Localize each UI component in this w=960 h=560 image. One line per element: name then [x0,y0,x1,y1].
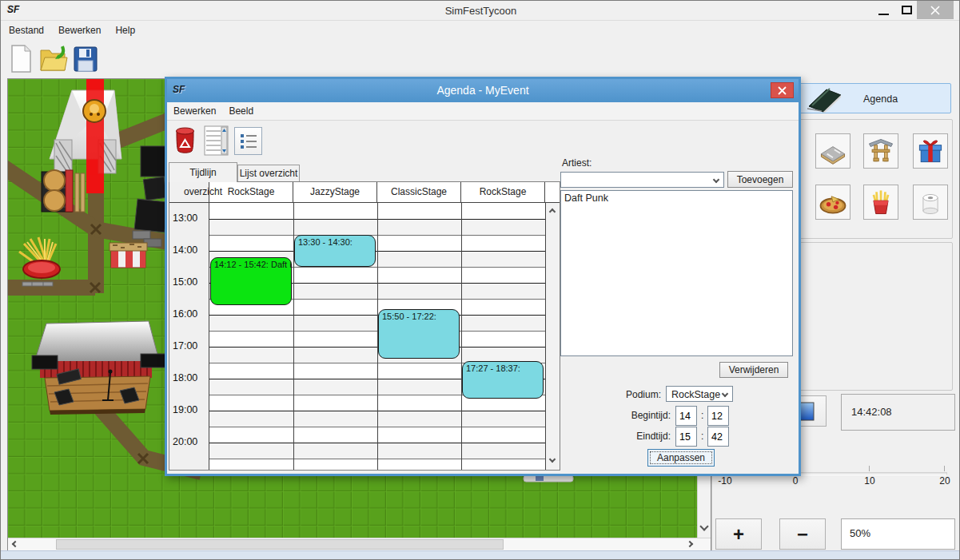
scroll-up-icon[interactable] [549,209,556,215]
shop-toilet-roll-button[interactable] [913,185,948,220]
slider-tick [869,466,870,471]
sidebar-item-agenda[interactable]: Agenda [799,83,951,113]
column-header-rockstage-3: RockStage [461,182,545,203]
time-colon: : [701,410,703,421]
scrollbar-thumb[interactable] [56,539,504,550]
fries-icon [865,186,897,218]
list-view-icon [239,132,258,151]
shop-gate-button[interactable] [863,133,898,169]
dialog-tabs: Tijdlijn overzichtLijst overzicht [167,162,487,182]
time-label-15-00: 15:00 [173,276,197,289]
dialog-menubar: BewerkenBeeld [167,102,799,121]
delete-icon [174,126,196,155]
open-file-button[interactable] [38,42,70,76]
close-button[interactable] [917,1,954,19]
remove-artist-button[interactable]: Verwijderen [719,362,788,378]
artist-dropdown[interactable] [560,172,724,188]
time-label-19-00: 19:00 [173,404,197,417]
add-artist-button[interactable]: Toevoegen [727,171,793,188]
save-file-button[interactable] [71,44,100,74]
scroll-down-icon[interactable] [549,456,556,463]
end-time-label: Eindtijd: [605,431,671,442]
gate-icon [865,135,897,167]
pizza-icon [817,186,849,218]
event-17-27-18-37[interactable]: 17:27 - 18:37: [462,361,544,399]
time-label-20-00: 20:00 [173,436,197,449]
dialog-close-button[interactable] [771,82,794,98]
menu-help[interactable]: Help [115,25,135,36]
window-titlebar: SimFestTycoon SF [1,1,960,21]
slider-tick-label-0: 0 [779,475,811,487]
event-15-50-17-22[interactable]: 15:50 - 17:22: [378,309,460,358]
dialog-menu-bewerken[interactable]: Bewerken [173,105,216,117]
slider-tick-label--10: -10 [709,475,741,487]
maximize-icon [902,6,912,14]
main-toolbar [1,39,960,78]
artist-label: Artiest: [562,157,592,169]
new-file-button[interactable] [7,43,34,75]
info-panel [795,242,953,391]
scroll-left-icon[interactable] [12,541,18,547]
close-icon [930,6,940,15]
scroll-down-icon[interactable] [699,522,708,530]
tab-lijst-overzicht[interactable]: Lijst overzicht [237,165,300,182]
schedule-scrollbar[interactable] [545,203,560,470]
road-icon [817,135,849,167]
dialog-titlebar: Agenda - MyEvent SF [167,79,799,102]
begin-hour-field[interactable] [675,406,697,426]
end-minute-field[interactable] [707,427,729,447]
maximize-button[interactable] [894,1,918,19]
list-view-button[interactable] [234,127,262,155]
clock-display: 14:42:08 [841,394,955,431]
shop-fries-button[interactable] [863,185,898,220]
slider-tick-label-10: 10 [854,475,886,487]
delete-event-button[interactable] [172,125,197,157]
timeline-view-button[interactable] [202,125,229,157]
menu-bewerken[interactable]: Bewerken [58,25,101,36]
time-label-14-00: 14:00 [173,244,197,257]
map-horizontal-scrollbar[interactable] [8,538,711,550]
zoom-out-button[interactable]: − [779,518,826,550]
minimize-icon [878,14,889,15]
shop-pizza-button[interactable] [815,185,850,220]
zoom-level-display[interactable]: 50% [841,518,955,550]
begin-minute-field[interactable] [707,406,729,426]
apply-button[interactable]: Aanpassen [647,449,715,467]
schedule-grid: RockStageJazzyStageClassicStageRockStage… [169,181,560,471]
time-label-13-00: 13:00 [173,212,197,225]
minimize-button[interactable] [870,1,896,19]
main-stage [32,321,166,415]
zoom-in-button[interactable]: + [715,518,762,550]
column-divider [461,203,462,470]
schedule-body[interactable]: 13:30 - 14:30:14:12 - 15:42: Daft Punk15… [209,203,545,470]
time-colon: : [701,431,703,442]
column-header-classicstage-2: ClassicStage [377,182,461,203]
main-menubar: BestandBewerkenHelp [1,21,960,39]
shop-gift-button[interactable] [913,133,948,169]
event-13-30-14-30[interactable]: 13:30 - 14:30: [294,235,376,267]
scroll-right-icon[interactable] [687,541,693,547]
burger-stand [42,170,85,212]
schedule-time-gutter: 13:0014:0015:0016:0017:0018:0019:0020:00 [169,203,209,470]
end-hour-field[interactable] [675,427,697,447]
close-icon [778,86,787,95]
time-label-16-00: 16:00 [173,308,197,321]
dialog-title: Agenda - MyEvent [167,79,799,101]
artist-item-daft-punk[interactable]: Daft Punk [561,191,792,205]
event-14-12-15-42[interactable]: 14:12 - 15:42: Daft Punk [210,257,292,305]
artist-list[interactable]: Daft Punk [560,190,793,356]
menu-bestand[interactable]: Bestand [9,25,44,36]
tab-tijdlijn-overzicht[interactable]: Tijdlijn overzicht [169,162,237,182]
hidden-tent-top [524,475,573,482]
agenda-book-icon [806,86,844,113]
dialog-menu-beeld[interactable]: Beeld [229,105,253,117]
dialog-toolbar [167,121,799,162]
open-file-icon [38,43,69,75]
chevron-down-icon [713,177,719,183]
new-file-icon [9,44,33,74]
app-logo-icon: SF [7,4,19,15]
podium-dropdown[interactable]: RockStage [666,386,733,402]
toilet-roll-icon [914,186,946,218]
sidebar-item-label: Agenda [863,93,898,105]
shop-road-button[interactable] [815,133,850,169]
